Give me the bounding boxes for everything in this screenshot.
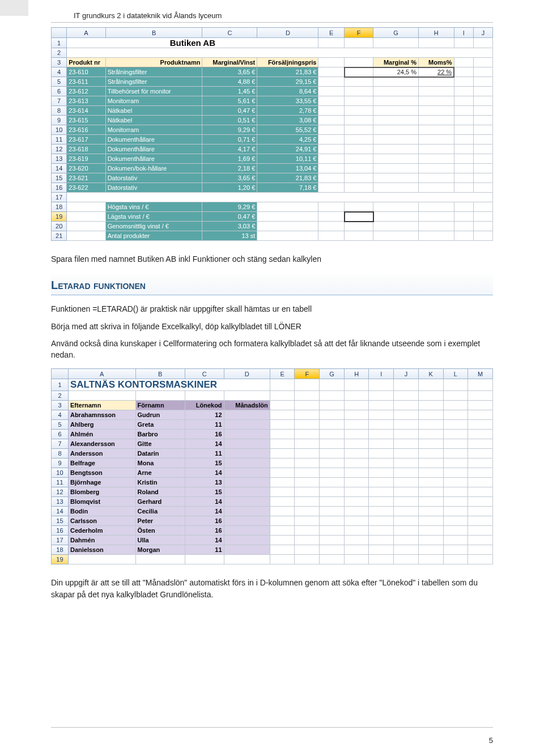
hdr-produktnr: Produkt nr — [67, 58, 105, 67]
active-cell[interactable] — [345, 212, 373, 222]
cell-efternamn: Björnhage — [68, 478, 135, 487]
cell-lonekod: 14 — [185, 536, 224, 545]
col-header-L[interactable]: L — [443, 369, 468, 379]
cell-efternamn: Belfrage — [68, 458, 135, 468]
page-number: 5 — [489, 736, 493, 745]
hdr-produktnamn: Produktnamn — [105, 58, 202, 67]
cell-lonekod: 11 — [185, 420, 224, 430]
col-header-G[interactable]: G — [320, 369, 345, 379]
spreadsheet-butiken: ABCDEFGHIJ1Butiken AB23Produkt nrProdukt… — [51, 27, 493, 241]
cell-efternamn: Carlsson — [68, 516, 135, 526]
summary-label: Genomsnittlig vinst / € — [105, 222, 202, 231]
cell-fornamn: Arne — [135, 468, 185, 478]
col-header-C[interactable]: C — [202, 28, 257, 38]
col-header-K[interactable]: K — [418, 369, 443, 379]
summary-label: Högsta vins / € — [105, 202, 202, 212]
col-header-M[interactable]: M — [468, 369, 493, 379]
cell-fornamn: Roland — [135, 487, 185, 497]
hdr-forsaljningspris: Försäljningspris — [257, 58, 318, 67]
cell-fornamn: Gerhard — [135, 497, 185, 507]
cell-fornamn: Peter — [135, 516, 185, 526]
cell-prodnamn: Datorstativ — [105, 173, 202, 183]
cell-fornamn: Östen — [135, 526, 185, 536]
cell-prodnr: 23-613 — [67, 96, 105, 106]
col-header-I[interactable]: I — [369, 369, 394, 379]
col-header-H[interactable]: H — [344, 369, 369, 379]
col-header-H[interactable]: H — [418, 28, 454, 38]
col-header-J[interactable]: J — [473, 28, 492, 38]
cell-vinst: 3,65 € — [202, 67, 257, 77]
col-header-A[interactable]: A — [67, 28, 105, 38]
cell-prodnamn: Datorstativ — [105, 183, 202, 193]
cell-efternamn: Bengtsson — [68, 468, 135, 478]
cell-efternamn: Ahlberg — [68, 420, 135, 430]
cell-prodnamn: Monitorram — [105, 96, 202, 106]
cell-prodnamn: Strålningsfilter — [105, 77, 202, 87]
sheet1-title: Butiken AB — [67, 38, 318, 48]
col-header-D[interactable]: D — [257, 28, 318, 38]
cell-pris: 3,08 € — [257, 116, 318, 125]
cell-vinst: 5,61 € — [202, 96, 257, 106]
col-header-A[interactable]: A — [68, 369, 135, 379]
cell-efternamn: Alexandersson — [68, 439, 135, 449]
cell-pris: 4,25 € — [257, 135, 318, 145]
header-tab-stub — [0, 0, 28, 16]
cell-vinst: 3,65 € — [202, 173, 257, 183]
cell-fornamn: Datarin — [135, 449, 185, 458]
col-header-D[interactable]: D — [224, 369, 270, 379]
footer-line — [51, 727, 493, 728]
hdr-lonekod: Lönekod — [185, 401, 224, 410]
para-start-excel: Börja med att skriva in följande Excelka… — [51, 321, 493, 332]
col-header-G[interactable]: G — [373, 28, 419, 38]
col-header-F[interactable]: F — [345, 28, 373, 38]
col-header-E[interactable]: E — [270, 369, 295, 379]
col-header-C[interactable]: C — [185, 369, 224, 379]
cell-prodnr: 23-615 — [67, 116, 105, 125]
cell-lonekod: 14 — [185, 497, 224, 507]
cell-pris: 21,83 € — [257, 67, 318, 77]
cell-lonekod: 16 — [185, 430, 224, 439]
cell-vinst: 1,20 € — [202, 183, 257, 193]
cell-pris: 24,91 € — [257, 145, 318, 154]
col-header-F[interactable]: F — [295, 369, 320, 379]
col-header-B[interactable]: B — [105, 28, 202, 38]
cell-fornamn: Gudrun — [135, 410, 185, 420]
cell-pris: 2,78 € — [257, 106, 318, 116]
spreadsheet-saltnas: ABCDEFGHIJKLM1SALTNÄS KONTORSMASKINER23E… — [51, 368, 493, 564]
cell-lonekod: 11 — [185, 545, 224, 555]
summary-val: 9,29 € — [202, 202, 257, 212]
cell-pris: 8,64 € — [257, 87, 318, 96]
doc-header: IT grundkurs 2 i datateknik vid Ålands l… — [51, 0, 493, 23]
cell-fornamn: Morgan — [135, 545, 185, 555]
col-header-I[interactable]: I — [454, 28, 473, 38]
cell-fornamn: Cecilia — [135, 507, 185, 516]
cell-vinst: 9,29 € — [202, 125, 257, 135]
cell-prodnamn: Tillbehörset för monitor — [105, 87, 202, 96]
sheet2-title: SALTNÄS KONTORSMASKINER — [68, 379, 270, 391]
cell-vinst: 0,71 € — [202, 135, 257, 145]
cell-prodnr: 23-612 — [67, 87, 105, 96]
cell-vinst: 2,18 € — [202, 164, 257, 173]
cell-vinst: 1,45 € — [202, 87, 257, 96]
col-header-J[interactable]: J — [394, 369, 419, 379]
hdr-efternamn: Efternamn — [68, 401, 135, 410]
summary-label: Lägsta vinst / € — [105, 212, 202, 222]
summary-val: 13 st — [202, 231, 257, 241]
cell-prodnr: 23-621 — [67, 173, 105, 183]
para-task: Din uppgift är att se till att "Månadslö… — [51, 577, 493, 600]
hdr-momspct: Moms% — [418, 58, 454, 67]
cell-lonekod: 16 — [185, 526, 224, 536]
summary-val: 3,03 € — [202, 222, 257, 231]
col-header-E[interactable]: E — [318, 28, 345, 38]
cell-vinst: 4,88 € — [202, 77, 257, 87]
hdr-marginalpct: Marginal % — [373, 58, 419, 67]
col-header-B[interactable]: B — [135, 369, 185, 379]
cell-pris: 7,18 € — [257, 183, 318, 193]
cell-prodnr: 23-619 — [67, 154, 105, 164]
cell-fornamn: Gitte — [135, 439, 185, 449]
cell-prodnamn: Monitorram — [105, 125, 202, 135]
cell-pris: 33,55 € — [257, 96, 318, 106]
cell-pris: 13,04 € — [257, 164, 318, 173]
cell-fornamn: Ulla — [135, 536, 185, 545]
cell-lonekod: 14 — [185, 439, 224, 449]
